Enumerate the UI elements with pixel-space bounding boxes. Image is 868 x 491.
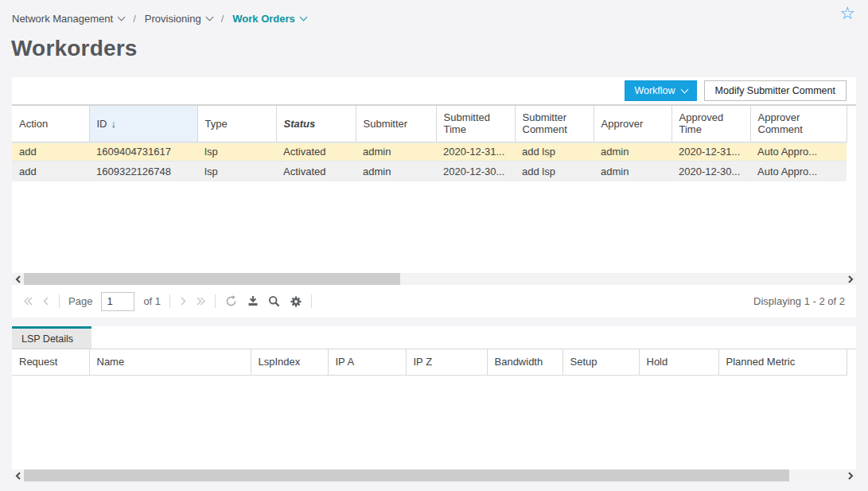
column-label: Approver Comment: [758, 111, 803, 135]
breadcrumb-network-management[interactable]: Network Management: [12, 13, 124, 25]
horizontal-scrollbar[interactable]: [12, 273, 856, 285]
column-header-name[interactable]: Name: [89, 349, 251, 375]
column-label: Action: [19, 118, 48, 130]
workorders-panel: Workflow Modify Submitter Comment Action…: [12, 77, 856, 318]
cell[interactable]: admin: [356, 142, 436, 162]
cell[interactable]: add: [12, 142, 89, 162]
column-header-type[interactable]: Type: [197, 106, 276, 142]
cell[interactable]: Auto Appro...: [750, 142, 847, 162]
column-header-submitter-comment[interactable]: Submitter Comment: [515, 106, 594, 142]
column-label: Bandwidth: [495, 356, 543, 368]
breadcrumb-separator: /: [133, 13, 136, 25]
breadcrumb-work-orders[interactable]: Work Orders: [232, 13, 306, 25]
cell[interactable]: 2020-12-30...: [436, 162, 515, 181]
chevron-down-icon: [680, 86, 688, 94]
breadcrumb-label: Work Orders: [232, 13, 295, 25]
workflow-button[interactable]: Workflow: [625, 80, 696, 101]
column-header-status[interactable]: Status: [276, 106, 356, 142]
tab-lsp-details[interactable]: LSP Details: [12, 326, 91, 349]
chevron-down-icon: [118, 13, 126, 21]
column-header-request[interactable]: Request: [12, 349, 89, 375]
column-label: Submitted Time: [444, 111, 491, 135]
lsp-details-body: [12, 376, 856, 470]
search-icon[interactable]: [268, 295, 281, 308]
column-header-setup[interactable]: Setup: [562, 349, 639, 375]
header-row: RequestNameLspIndexIP AIP ZBandwidthSetu…: [12, 349, 847, 375]
cell[interactable]: 1609404731617: [89, 142, 197, 162]
cell[interactable]: add: [12, 162, 89, 181]
column-header-approver-comment[interactable]: Approver Comment: [750, 106, 847, 142]
column-header-planned-metric[interactable]: Planned Metric: [718, 349, 847, 375]
cell[interactable]: 2020-12-31...: [436, 142, 515, 162]
cell[interactable]: admin: [594, 142, 671, 162]
column-header-bandwidth[interactable]: Bandwidth: [487, 349, 562, 375]
toolbar-separator: [311, 294, 312, 308]
breadcrumb-label: Network Management: [12, 13, 113, 25]
cell[interactable]: admin: [356, 162, 436, 181]
table-row[interactable]: add1609322126748lspActivatedadmin2020-12…: [12, 162, 847, 181]
previous-page-button[interactable]: [42, 296, 50, 306]
first-page-button[interactable]: [23, 296, 33, 306]
cell[interactable]: admin: [594, 162, 671, 181]
breadcrumb-provisioning[interactable]: Provisioning: [145, 13, 212, 25]
favorite-star-icon[interactable]: ☆: [839, 5, 855, 22]
cell[interactable]: add lsp: [515, 142, 594, 162]
pagination-toolbar: Page of 1 Displaying 1 - 2 of 2: [12, 285, 856, 318]
column-label: Status: [284, 118, 316, 130]
table-row[interactable]: add1609404731617lspActivatedadmin2020-12…: [12, 142, 847, 162]
scroll-left-icon[interactable]: [12, 273, 24, 285]
chevron-down-icon: [299, 13, 307, 21]
column-header-action[interactable]: Action: [12, 106, 89, 142]
modify-submitter-comment-button[interactable]: Modify Submitter Comment: [704, 80, 847, 101]
column-label: Planned Metric: [726, 356, 796, 368]
column-header-approved-time[interactable]: Approved Time: [671, 106, 750, 142]
cell[interactable]: 2020-12-30...: [671, 162, 750, 181]
scrollbar-thumb[interactable]: [24, 273, 400, 285]
column-label: ID: [97, 118, 107, 130]
cell[interactable]: Auto Appro...: [750, 162, 847, 181]
column-label: Approver: [601, 118, 644, 130]
breadcrumb-label: Provisioning: [145, 13, 201, 25]
toolbar-separator: [215, 294, 216, 308]
last-page-button[interactable]: [196, 296, 206, 306]
cell[interactable]: 1609322126748: [89, 162, 197, 181]
column-header-hold[interactable]: Hold: [639, 349, 718, 375]
page-number-input[interactable]: [101, 292, 134, 311]
cell[interactable]: Activated: [276, 142, 356, 162]
column-header-lspindex[interactable]: LspIndex: [251, 349, 328, 375]
cell[interactable]: Activated: [276, 162, 356, 181]
header-row: ActionID↓TypeStatusSubmitterSubmitted Ti…: [12, 106, 847, 142]
column-header-id[interactable]: ID↓: [89, 106, 197, 142]
scroll-left-icon[interactable]: [12, 470, 24, 481]
column-label: IP A: [336, 356, 355, 368]
cell[interactable]: 2020-12-31...: [671, 142, 750, 162]
refresh-icon[interactable]: [224, 294, 238, 308]
column-label: Submitter Comment: [523, 111, 567, 135]
column-header-approver[interactable]: Approver: [594, 106, 671, 142]
next-page-button[interactable]: [179, 296, 187, 306]
export-download-icon[interactable]: [247, 295, 259, 307]
column-label: Approved Time: [679, 111, 724, 135]
horizontal-scrollbar[interactable]: [12, 470, 856, 481]
scroll-right-icon[interactable]: [844, 470, 856, 481]
scrollbar-track[interactable]: [24, 470, 844, 481]
gear-icon[interactable]: [290, 295, 302, 308]
column-header-ip-a[interactable]: IP A: [328, 349, 406, 375]
column-header-submitted-time[interactable]: Submitted Time: [436, 106, 515, 142]
scrollbar-thumb[interactable]: [24, 470, 789, 481]
cell[interactable]: add lsp: [515, 162, 594, 181]
column-label: LspIndex: [259, 356, 301, 368]
page-label: Page: [68, 295, 92, 307]
scroll-right-icon[interactable]: [844, 273, 856, 285]
details-tab-strip: LSP Details: [12, 326, 856, 349]
column-label: Type: [205, 118, 228, 130]
chevron-down-icon: [205, 13, 213, 21]
column-header-submitter[interactable]: Submitter: [356, 106, 436, 142]
page-title: Workorders: [11, 36, 868, 61]
scrollbar-track[interactable]: [24, 273, 844, 285]
workorders-table: ActionID↓TypeStatusSubmitterSubmitted Ti…: [12, 106, 847, 181]
cell[interactable]: lsp: [197, 162, 276, 181]
column-header-ip-z[interactable]: IP Z: [406, 349, 487, 375]
column-label: Hold: [647, 356, 668, 368]
cell[interactable]: lsp: [197, 142, 276, 162]
